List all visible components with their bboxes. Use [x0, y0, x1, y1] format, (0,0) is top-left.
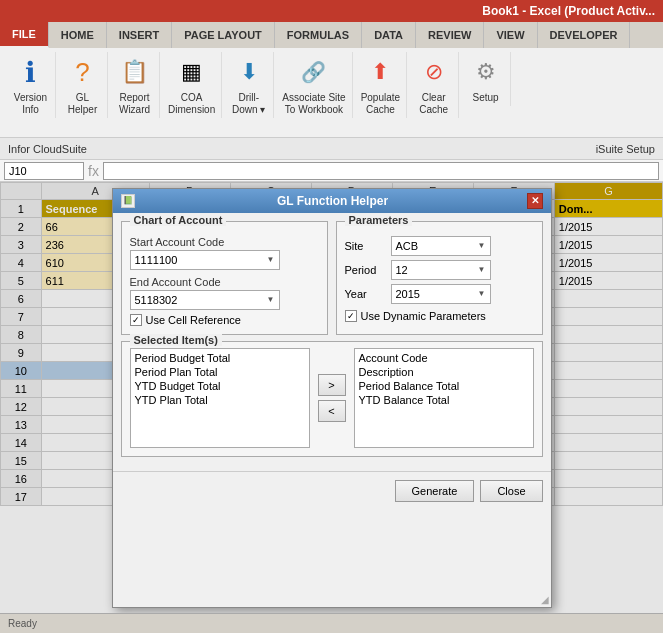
- use-dynamic-label: Use Dynamic Parameters: [361, 310, 486, 322]
- clear-cache-label: Clear Cache: [419, 92, 448, 116]
- ribbon-tabs: FILE HOME INSERT PAGE LAYOUT FORMULAS DA…: [0, 22, 663, 48]
- list-item[interactable]: YTD Balance Total: [357, 393, 531, 407]
- populate-cache-button[interactable]: ⬆ Populate Cache: [355, 52, 407, 118]
- dialog-close-button[interactable]: ✕: [527, 193, 543, 209]
- year-dropdown[interactable]: 2015 ▼: [391, 284, 491, 304]
- drill-down-label: Drill- Down ▾: [232, 92, 265, 116]
- gl-function-helper-dialog: 📗 GL Function Helper ✕ Chart of Account …: [112, 188, 552, 608]
- parameters-label: Parameters: [345, 214, 413, 226]
- site-arrow: ▼: [478, 241, 486, 250]
- site-dropdown[interactable]: ACB ▼: [391, 236, 491, 256]
- drill-down-icon: ⬇: [231, 54, 267, 90]
- modal-overlay: 📗 GL Function Helper ✕ Chart of Account …: [0, 182, 663, 613]
- tab-page-layout[interactable]: PAGE LAYOUT: [172, 22, 275, 48]
- tab-file[interactable]: FILE: [0, 22, 49, 48]
- site-row: Site ACB ▼: [345, 236, 534, 256]
- start-account-label: Start Account Code: [130, 236, 319, 248]
- site-label: Site: [345, 240, 385, 252]
- clear-cache-icon: ⊘: [416, 54, 452, 90]
- dialog-body: Chart of Account Start Account Code 1111…: [113, 213, 551, 471]
- version-info-button[interactable]: ℹ Version Info: [6, 52, 56, 118]
- transfer-buttons: > <: [318, 374, 346, 422]
- list-item[interactable]: Period Budget Total: [133, 351, 307, 365]
- infor-bar: Infor CloudSuite iSuite Setup: [0, 138, 663, 160]
- populate-cache-label: Populate Cache: [361, 92, 400, 116]
- gl-helper-icon: ?: [65, 54, 101, 90]
- start-account-value: 1111100: [135, 254, 178, 266]
- ribbon-content: ℹ Version Info ? GL Helper 📋 Report Wiza…: [0, 48, 663, 138]
- tab-data[interactable]: DATA: [362, 22, 416, 48]
- tab-review[interactable]: REVIEW: [416, 22, 484, 48]
- selected-items-label: Selected Item(s): [130, 334, 222, 346]
- list-item[interactable]: YTD Plan Total: [133, 393, 307, 407]
- status-bar: Ready: [0, 613, 663, 633]
- top-row: Chart of Account Start Account Code 1111…: [121, 221, 543, 341]
- gl-helper-label: GL Helper: [68, 92, 97, 116]
- use-cell-reference-row: ✓ Use Cell Reference: [130, 314, 319, 326]
- chart-of-account-group: Chart of Account Start Account Code 1111…: [121, 221, 328, 335]
- drill-down-button[interactable]: ⬇ Drill- Down ▾: [224, 52, 274, 118]
- clear-cache-button[interactable]: ⊘ Clear Cache: [409, 52, 459, 118]
- generate-button[interactable]: Generate: [395, 480, 475, 502]
- dialog-titlebar: 📗 GL Function Helper ✕: [113, 189, 551, 213]
- associate-icon: 🔗: [296, 54, 332, 90]
- tab-formulas[interactable]: FORMULAS: [275, 22, 362, 48]
- coa-icon: ▦: [174, 54, 210, 90]
- formula-input[interactable]: [103, 162, 659, 180]
- right-listbox[interactable]: Account Code Description Period Balance …: [354, 348, 534, 448]
- move-left-button[interactable]: <: [318, 400, 346, 422]
- left-listbox[interactable]: Period Budget Total Period Plan Total YT…: [130, 348, 310, 448]
- name-box[interactable]: [4, 162, 84, 180]
- resize-handle[interactable]: ◢: [541, 594, 549, 605]
- formula-bar: fx: [0, 160, 663, 182]
- associate-site-button[interactable]: 🔗 Associate Site To Workbook: [276, 52, 352, 118]
- selected-items-group: Selected Item(s) Period Budget Total Per…: [121, 341, 543, 457]
- setup-icon: ⚙: [468, 54, 504, 90]
- tab-home[interactable]: HOME: [49, 22, 107, 48]
- tab-insert[interactable]: INSERT: [107, 22, 172, 48]
- end-account-label: End Account Code: [130, 276, 319, 288]
- version-info-label: Version Info: [14, 92, 47, 116]
- use-cell-reference-label: Use Cell Reference: [146, 314, 241, 326]
- coa-dimension-button[interactable]: ▦ COA Dimension: [162, 52, 222, 118]
- chart-of-account-label: Chart of Account: [130, 214, 227, 226]
- spreadsheet-container: A B C D E F G 1 Sequence Acou... Dom... …: [0, 182, 663, 613]
- year-value: 2015: [396, 288, 420, 300]
- selected-items-row: Period Budget Total Period Plan Total YT…: [130, 348, 534, 448]
- report-wizard-button[interactable]: 📋 Report Wizard: [110, 52, 160, 118]
- dialog-footer: Generate Close: [113, 471, 551, 510]
- year-arrow: ▼: [478, 289, 486, 298]
- dialog-icon: 📗: [121, 194, 135, 208]
- populate-icon: ⬆: [362, 54, 398, 90]
- main-area: A B C D E F G 1 Sequence Acou... Dom... …: [0, 182, 663, 613]
- tab-view[interactable]: VIEW: [484, 22, 537, 48]
- close-button[interactable]: Close: [480, 480, 542, 502]
- year-row: Year 2015 ▼: [345, 284, 534, 304]
- period-value: 12: [396, 264, 408, 276]
- list-item[interactable]: Account Code: [357, 351, 531, 365]
- end-account-row: 5118302 ▼: [130, 290, 319, 310]
- period-dropdown[interactable]: 12 ▼: [391, 260, 491, 280]
- title-bar: Book1 - Excel (Product Activ...: [0, 0, 663, 22]
- setup-label: Setup: [473, 92, 499, 104]
- list-item[interactable]: Period Plan Total: [133, 365, 307, 379]
- list-item[interactable]: Description: [357, 365, 531, 379]
- coa-dimension-label: COA Dimension: [168, 92, 215, 116]
- start-account-row: 1111100 ▼: [130, 250, 319, 270]
- list-item[interactable]: Period Balance Total: [357, 379, 531, 393]
- move-right-button[interactable]: >: [318, 374, 346, 396]
- use-cell-reference-checkbox[interactable]: ✓: [130, 314, 142, 326]
- report-wizard-label: Report Wizard: [119, 92, 150, 116]
- start-account-arrow: ▼: [267, 255, 275, 264]
- year-label: Year: [345, 288, 385, 300]
- setup-button[interactable]: ⚙ Setup: [461, 52, 511, 106]
- list-item[interactable]: YTD Budget Total: [133, 379, 307, 393]
- tab-developer[interactable]: DEVELOPER: [538, 22, 631, 48]
- period-arrow: ▼: [478, 265, 486, 274]
- end-account-dropdown[interactable]: 5118302 ▼: [130, 290, 280, 310]
- window-title: Book1 - Excel (Product Activ...: [482, 4, 655, 18]
- use-dynamic-checkbox[interactable]: ✓: [345, 310, 357, 322]
- end-account-value: 5118302: [135, 294, 178, 306]
- gl-helper-button[interactable]: ? GL Helper: [58, 52, 108, 118]
- start-account-dropdown[interactable]: 1111100 ▼: [130, 250, 280, 270]
